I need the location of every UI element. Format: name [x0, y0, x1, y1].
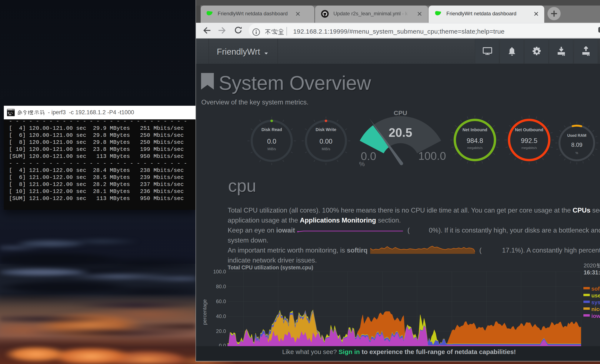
svg-text:C:\: C:\ — [8, 112, 13, 115]
